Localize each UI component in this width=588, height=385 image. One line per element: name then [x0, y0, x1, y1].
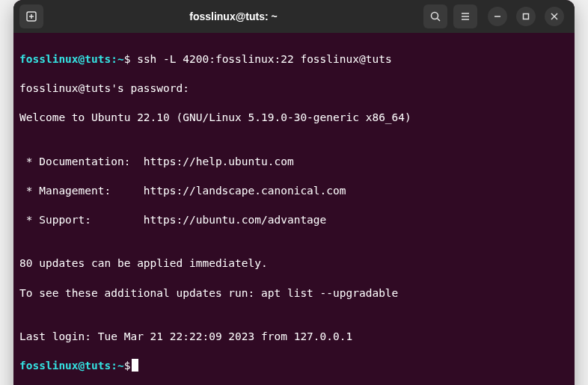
svg-line-4	[438, 19, 441, 22]
output-line: To see these additional updates run: apt…	[19, 286, 569, 301]
prompt-symbol: $	[124, 53, 131, 65]
new-tab-button[interactable]	[19, 4, 43, 28]
output-line: fosslinux@tuts's password:	[19, 81, 569, 96]
output-line: Last login: Tue Mar 21 22:22:09 2023 fro…	[19, 330, 569, 345]
output-line: Welcome to Ubuntu 22.10 (GNU/Linux 5.19.…	[19, 111, 569, 126]
minimize-button[interactable]	[488, 7, 507, 26]
prompt-line-1: fosslinux@tuts:~$ ssh -L 4200:fosslinux:…	[19, 52, 569, 67]
terminal-content[interactable]: fosslinux@tuts:~$ ssh -L 4200:fosslinux:…	[13, 33, 575, 385]
svg-rect-9	[524, 14, 529, 19]
close-button[interactable]	[545, 7, 564, 26]
svg-point-3	[432, 13, 438, 19]
menu-button[interactable]	[453, 4, 477, 28]
command-text: ssh -L 4200:fosslinux:22 fosslinux@tuts	[137, 53, 391, 65]
terminal-window: fosslinux@tuts: ~	[13, 0, 575, 385]
prompt-sep: :	[111, 53, 117, 65]
prompt-sep: :	[111, 360, 117, 372]
prompt-user: fosslinux@tuts	[19, 360, 111, 372]
cursor	[132, 359, 138, 372]
window-controls	[483, 7, 569, 26]
window-title: fosslinux@tuts: ~	[49, 10, 417, 22]
prompt-user: fosslinux@tuts	[19, 53, 111, 65]
output-line: * Support: https://ubuntu.com/advantage	[19, 213, 569, 228]
prompt-path: ~	[117, 53, 124, 65]
prompt-symbol: $	[124, 360, 131, 372]
prompt-line-2: fosslinux@tuts:~$	[19, 359, 569, 374]
search-button[interactable]	[423, 4, 447, 28]
output-line: * Documentation: https://help.ubuntu.com	[19, 155, 569, 170]
maximize-button[interactable]	[516, 7, 536, 26]
prompt-path: ~	[117, 360, 124, 372]
output-line: 80 updates can be applied immediately.	[19, 256, 569, 271]
output-line: * Management: https://landscape.canonica…	[19, 184, 569, 199]
titlebar: fosslinux@tuts: ~	[13, 0, 575, 33]
